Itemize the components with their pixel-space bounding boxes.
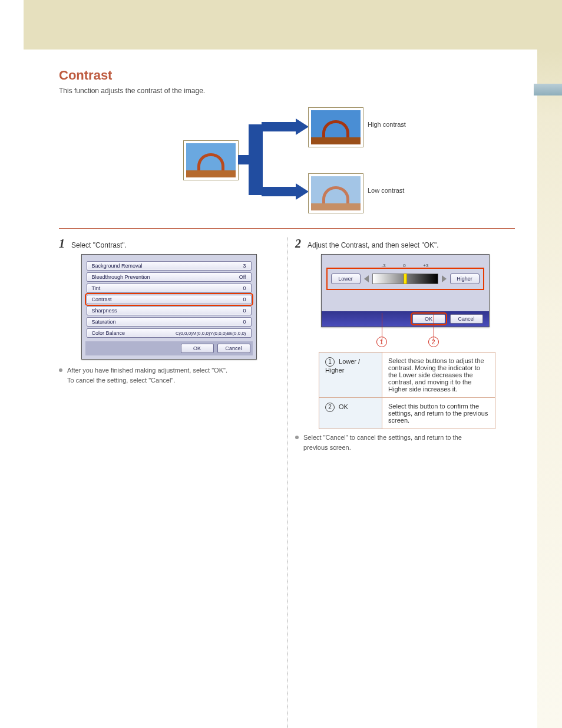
content: Contrast This function adjusts the contr… <box>0 0 562 476</box>
tick-neg: -3 <box>382 263 386 268</box>
step-1-num-value: 1 <box>59 237 65 250</box>
callout-number-1: 1 <box>376 337 387 347</box>
lower-button[interactable]: Lower <box>331 274 361 284</box>
menu-row-bleedthrough[interactable]: Bleedthrough Prevention Off <box>87 272 252 282</box>
intro-text: This function adjusts the contrast of th… <box>59 87 515 95</box>
circle-number-icon: 1 <box>325 357 335 367</box>
chevron-left-icon <box>364 275 369 282</box>
menu-row-tint[interactable]: Tint 0 <box>87 284 252 293</box>
table-value: Select this button to confirm the settin… <box>382 398 495 429</box>
step-1: 1 Select "Contrast". Background Removal … <box>59 237 279 452</box>
menu-value: 0 <box>243 319 246 325</box>
diagram-arrow-trunk <box>249 124 263 195</box>
side-tab <box>534 84 562 95</box>
separator <box>59 228 515 229</box>
diagram-arrow-bottom-stem <box>262 187 297 196</box>
menu-value: 0 <box>243 285 246 291</box>
page-title: Contrast <box>59 68 515 83</box>
screenshot-image-menu: Background Removal 3 Bleedthrough Preven… <box>81 254 257 360</box>
table-value: Select these buttons to adjust the contr… <box>382 353 495 398</box>
menu-value: 0 <box>243 308 246 314</box>
table-key: 2 OK <box>319 398 382 429</box>
diagram-source-image <box>184 141 238 180</box>
menu-value: 3 <box>243 263 246 269</box>
diagram-arrow-top-stem <box>262 122 297 131</box>
table-row: 1 Lower / Higher Select these buttons to… <box>319 353 495 398</box>
menu-label: Sharpness <box>92 308 117 314</box>
screenshot-contrast-slider: -3 0 +3 Lower Higher OK <box>321 254 490 327</box>
tick-zero: 0 <box>403 263 405 268</box>
callout-number-2: 2 <box>428 337 439 347</box>
screenshot-footer: OK Cancel <box>322 311 489 327</box>
diagram-low-contrast-image <box>309 174 363 213</box>
higher-button[interactable]: Higher <box>450 274 480 284</box>
step-1-number: 1 Select "Contrast". <box>59 237 279 251</box>
contrast-gradient-bar[interactable] <box>372 274 438 284</box>
ok-button[interactable]: OK <box>412 314 445 324</box>
menu-label: Color Balance <box>92 330 125 336</box>
diagram-arrow-top-head <box>296 118 309 135</box>
step-1-note-sub: To cancel the setting, select "Cancel". <box>59 375 279 386</box>
diagram-high-contrast-image <box>309 108 363 147</box>
menu-label: Background Removal <box>92 263 143 269</box>
callouts: 1 2 <box>322 331 489 347</box>
table-row: 2 OK Select this button to confirm the s… <box>319 398 495 429</box>
menu-value: C(0,0,0)M(0,0,0)Y(0,0,0)Bk(0,0,0) <box>176 331 246 336</box>
step-2-text: Adjust the Contrast, and then select "OK… <box>308 241 439 249</box>
column-divider <box>287 237 287 728</box>
slider-ticks: -3 0 +3 <box>382 263 429 268</box>
diagram-arrow-bottom-head <box>296 183 309 200</box>
chevron-right-icon <box>442 275 447 282</box>
step-2-number: 2 Adjust the Contrast, and then select "… <box>295 237 515 251</box>
tick-pos: +3 <box>423 263 428 268</box>
circle-number-icon: 2 <box>325 403 335 412</box>
description-table: 1 Lower / Higher Select these buttons to… <box>319 352 495 429</box>
step-2: 2 Adjust the Contrast, and then select "… <box>295 237 515 452</box>
ok-button[interactable]: OK <box>181 344 214 353</box>
step-2-note: Select "Cancel" to cancel the settings, … <box>295 433 515 443</box>
menu-value: Off <box>239 274 246 280</box>
menu-row-contrast[interactable]: Contrast 0 <box>87 295 252 304</box>
step-2-note-sub: previous screen. <box>295 443 515 453</box>
cancel-button[interactable]: Cancel <box>217 344 250 353</box>
step-2-num-value: 2 <box>295 237 301 250</box>
menu-label: Contrast <box>92 297 112 302</box>
caption-low: Low contrast <box>368 187 404 194</box>
menu-value: 0 <box>243 297 246 302</box>
menu-row-sharpness[interactable]: Sharpness 0 <box>87 306 252 315</box>
cancel-button[interactable]: Cancel <box>450 314 483 324</box>
menu-row-saturation[interactable]: Saturation 0 <box>87 317 252 327</box>
step-1-note: After you have finished making adjustmen… <box>59 365 279 375</box>
caption-high: High contrast <box>368 121 406 128</box>
contrast-slider-area: -3 0 +3 Lower Higher <box>326 268 484 290</box>
menu-row-background-removal[interactable]: Background Removal 3 <box>87 261 252 271</box>
screenshot-footer: OK Cancel <box>85 341 253 355</box>
table-key: 1 Lower / Higher <box>319 353 382 398</box>
menu-label: Tint <box>92 285 101 291</box>
menu-label: Bleedthrough Prevention <box>92 274 150 280</box>
menu-label: Saturation <box>92 319 116 325</box>
table-key-name: OK <box>339 403 348 410</box>
slider-marker[interactable] <box>404 274 407 284</box>
contrast-diagram: High contrast Low contrast <box>59 104 515 216</box>
menu-row-color-balance[interactable]: Color Balance C(0,0,0)M(0,0,0)Y(0,0,0)Bk… <box>87 328 252 338</box>
step-1-text: Select "Contrast". <box>71 241 127 249</box>
